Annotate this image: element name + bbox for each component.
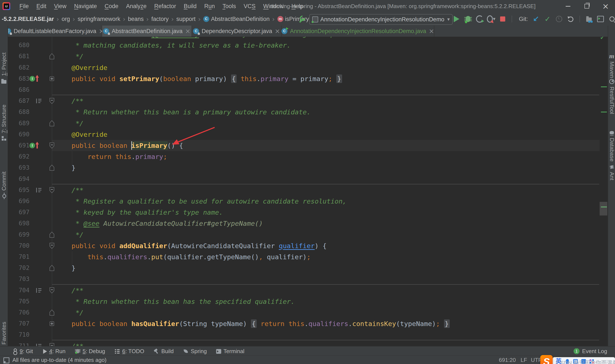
line-number[interactable]: 689	[8, 118, 29, 129]
toolwindow-button-7-structure[interactable]: 7: Structure	[0, 104, 8, 141]
doc-comment-icon[interactable]	[36, 288, 42, 294]
fold-collapse-icon[interactable]	[49, 98, 55, 105]
line-number[interactable]: 699	[8, 229, 29, 240]
toolwindow-button-1-project[interactable]: 1: Project	[0, 52, 8, 84]
run-anything-button[interactable]	[596, 15, 605, 23]
toolwindow-button-terminal[interactable]: Terminal	[216, 348, 244, 355]
menu-item-run[interactable]: Run	[201, 2, 218, 11]
fold-marker[interactable]	[49, 98, 55, 104]
editor-tab[interactable]: CAbstractBeanDefinition.java×	[102, 26, 192, 37]
fold-collapse-icon[interactable]	[49, 287, 55, 294]
line-number[interactable]: 702	[8, 262, 29, 273]
toolwindow-button-maven[interactable]: mMaven	[608, 54, 615, 78]
line-number[interactable]: 686	[8, 84, 29, 95]
fold-marker[interactable]	[49, 53, 55, 60]
line-number[interactable]: 710	[8, 329, 29, 340]
doc-lines-icon[interactable]	[36, 188, 42, 193]
fold-marker[interactable]	[49, 165, 55, 171]
line-number[interactable]: 697	[8, 207, 29, 218]
menu-item-file[interactable]: File	[16, 2, 32, 11]
line-number[interactable]: 692	[8, 151, 29, 162]
toolwindow-button-restfultool[interactable]: RestfulTool	[608, 79, 615, 114]
toolwindow-button-4-run[interactable]: 4: Run	[42, 348, 66, 355]
plus-box-icon[interactable]	[50, 321, 54, 326]
editor-tab[interactable]: CDependencyDescriptor.java×	[192, 26, 282, 37]
project-structure-button[interactable]	[585, 15, 593, 23]
ime-toolbar[interactable]: 英 S CSDN @只因为你而温柔	[538, 354, 615, 364]
doc-comment-icon[interactable]	[36, 188, 42, 194]
line-number[interactable]: 690	[8, 129, 29, 140]
fold-expand-icon[interactable]	[49, 120, 55, 127]
menu-item-build[interactable]: Build	[180, 2, 200, 11]
line-number[interactable]: 707	[8, 318, 29, 329]
line-separator-indicator[interactable]: LF	[521, 356, 527, 364]
line-number[interactable]: 700	[8, 240, 29, 251]
menu-item-vcs[interactable]: VCS	[241, 2, 259, 11]
fold-collapse-icon[interactable]	[49, 343, 55, 346]
override-marker-icon[interactable]: I	[29, 76, 41, 82]
sogou-logo[interactable]: S	[540, 355, 553, 364]
fold-collapse-icon[interactable]	[49, 142, 55, 150]
fold-marker[interactable]	[49, 265, 55, 271]
menu-item-navigate[interactable]: Navigate	[71, 2, 100, 11]
scrollbar-thumb[interactable]	[600, 202, 607, 216]
tab-close-icon[interactable]: ×	[429, 28, 434, 34]
line-number[interactable]: 701	[8, 251, 29, 262]
toolwindow-button-9-git[interactable]: 9: Git	[12, 348, 33, 355]
line-number[interactable]: 680	[8, 40, 29, 51]
line-number[interactable]: 696	[8, 196, 29, 207]
doc-lines-icon[interactable]	[36, 98, 42, 104]
code-editor[interactable]: * If this value is {@code true} for exac…	[8, 37, 608, 346]
toolwindow-button-commit[interactable]: Commit	[0, 171, 8, 198]
search-everywhere-button[interactable]	[608, 15, 615, 23]
folded-region-icon[interactable]	[50, 321, 54, 327]
toolwindow-button-6-todo[interactable]: 6: TODO	[114, 348, 144, 355]
menu-item-analyze[interactable]: Analyze	[123, 2, 150, 11]
fold-expand-icon[interactable]	[49, 265, 55, 272]
line-number[interactable]: 694	[8, 173, 29, 184]
history-button[interactable]	[555, 15, 563, 23]
breadcrumb-item[interactable]: springframework	[78, 16, 120, 22]
debug-button[interactable]	[464, 15, 472, 23]
caret-position[interactable]: 691:20	[499, 356, 516, 364]
line-number[interactable]: 682	[8, 62, 29, 73]
line-number[interactable]: 705	[8, 296, 29, 307]
menu-item-edit[interactable]: Edit	[33, 2, 50, 11]
run-configuration-select[interactable]: AnnotationDependencyInjectionResolutionD…	[309, 14, 453, 25]
line-number[interactable]: 687	[8, 95, 29, 106]
fold-expand-icon[interactable]	[49, 165, 55, 172]
line-number[interactable]: 691	[8, 140, 29, 151]
toolwindow-toggle-icon[interactable]	[3, 357, 9, 363]
line-number[interactable]: 704	[8, 285, 29, 296]
doc-comment-icon[interactable]	[36, 343, 42, 346]
menu-item-code[interactable]: Code	[101, 2, 122, 11]
fold-marker[interactable]	[49, 287, 55, 294]
coverage-button[interactable]	[475, 15, 484, 23]
minimize-button[interactable]	[559, 0, 577, 12]
fold-marker[interactable]	[49, 142, 55, 149]
fold-marker[interactable]	[49, 309, 55, 316]
fold-marker[interactable]	[49, 120, 55, 127]
close-button[interactable]: ×	[596, 0, 615, 12]
line-number[interactable]: 683	[8, 73, 29, 84]
line-number[interactable]: 688	[8, 106, 29, 117]
toolwindow-button-ant[interactable]: Ant	[608, 164, 615, 180]
rollback-button[interactable]	[566, 15, 575, 23]
breadcrumb-item[interactable]: -5.2.2.RELEASE.jar	[2, 16, 54, 22]
line-number[interactable]: 706	[8, 307, 29, 318]
git-update-button[interactable]	[532, 15, 540, 23]
line-number[interactable]: 698	[8, 218, 29, 229]
menu-item-tools[interactable]: Tools	[219, 2, 239, 11]
overrides-up-arrow-icon[interactable]	[35, 75, 39, 82]
fold-collapse-icon[interactable]	[49, 243, 55, 250]
fold-marker[interactable]	[49, 232, 55, 238]
menu-item-refactor[interactable]: Refactor	[151, 2, 179, 11]
fold-expand-icon[interactable]	[49, 53, 55, 60]
git-commit-button[interactable]: ✓	[543, 15, 552, 23]
breadcrumb-item[interactable]: support	[176, 16, 196, 22]
editor-tab[interactable]: CDefaultListableBeanFactory.java×	[8, 26, 102, 37]
fold-marker[interactable]	[49, 187, 55, 193]
breadcrumb-item[interactable]: factory	[151, 16, 169, 22]
toolwindow-button-database[interactable]: Database	[608, 130, 615, 161]
menu-item-view[interactable]: View	[51, 2, 70, 11]
